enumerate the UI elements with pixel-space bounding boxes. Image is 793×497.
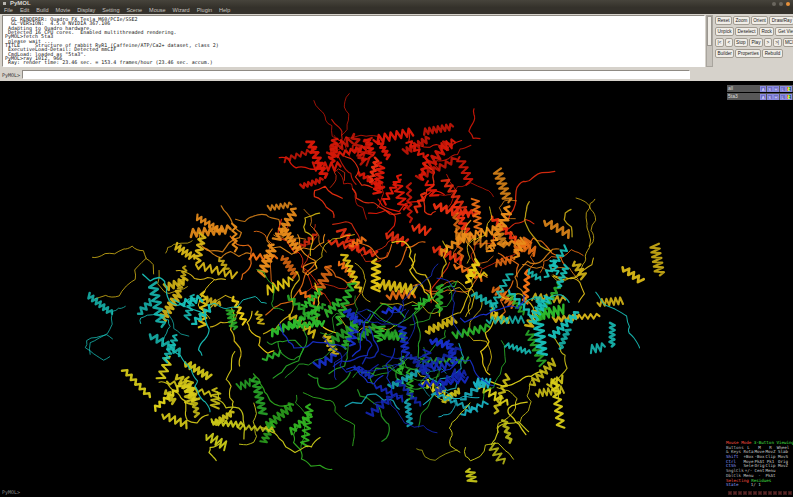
- frame-cell: [733, 491, 737, 496]
- viewport-prompt: PyMOL>: [2, 489, 20, 495]
- object-5ta3-c-button[interactable]: C: [786, 94, 792, 100]
- frame-cell: [738, 491, 742, 496]
- object-name-all[interactable]: all: [728, 85, 760, 92]
- frame-cell: [753, 491, 757, 496]
- frame-cell: [743, 491, 747, 496]
- window-menu-icon[interactable]: [3, 2, 6, 5]
- menu-item-mouse[interactable]: Mouse: [149, 7, 166, 14]
- ctrl-button-builder[interactable]: Builder: [715, 49, 734, 58]
- object-5ta3-h-button[interactable]: H: [773, 94, 779, 100]
- title-bar[interactable]: PyMOL: [0, 0, 793, 7]
- console-scrollbar[interactable]: [706, 15, 713, 67]
- object-5ta3-s-button[interactable]: S: [767, 94, 773, 100]
- frame-cell: [748, 491, 752, 496]
- ctrl-button-draw-ray[interactable]: Draw/Ray: [769, 16, 793, 25]
- menu-item-help[interactable]: Help: [219, 7, 230, 14]
- upper-gui: GL_RENDERER: Quadro FX Tesla M60/PCIe/SS…: [0, 14, 793, 81]
- minimize-button[interactable]: [772, 2, 776, 6]
- pymol-window: PyMOL FileEditBuildMovieDisplaySettingSc…: [0, 0, 793, 497]
- object-5ta3-l-button[interactable]: L: [780, 94, 786, 100]
- frame-cell: [783, 491, 787, 496]
- object-panel: allASHLC5ta3ASHLC: [727, 85, 793, 101]
- control-row-1: ResetZoomOrientDraw/Ray▾: [715, 16, 792, 25]
- scrollbar-thumb[interactable]: [707, 16, 712, 46]
- window-title: PyMOL: [10, 0, 31, 7]
- menu-item-scene[interactable]: Scene: [126, 7, 142, 14]
- menu-item-build[interactable]: Build: [36, 7, 48, 14]
- frame-cell: [728, 491, 732, 496]
- menu-item-wizard[interactable]: Wizard: [173, 7, 190, 14]
- ctrl-button-i5[interactable]: >|: [773, 38, 782, 47]
- ctrl-button-reset[interactable]: Reset: [715, 16, 732, 25]
- state-value: 1/ 1: [749, 483, 763, 488]
- ctrl-button-mclear[interactable]: MClear: [783, 38, 793, 47]
- frame-bar: [728, 491, 792, 496]
- window-controls: [772, 2, 790, 6]
- ctrl-button-orient[interactable]: Orient: [751, 16, 769, 25]
- frame-cell: [773, 491, 777, 496]
- molecule-render: [0, 81, 793, 497]
- ctrl-button-get-view[interactable]: Get View: [775, 27, 793, 36]
- menu-item-setting[interactable]: Setting: [102, 7, 119, 14]
- object-5ta3-a-button[interactable]: A: [760, 94, 766, 100]
- object-all-h-button[interactable]: H: [773, 86, 779, 92]
- console-log[interactable]: GL_RENDERER: Quadro FX Tesla M60/PCIe/SS…: [2, 15, 705, 67]
- control-row-3: |<<StopPlay>>|MClear: [715, 38, 792, 47]
- ctrl-button-i4[interactable]: >: [764, 38, 772, 47]
- menu-item-display[interactable]: Display: [77, 7, 95, 14]
- control-row-2: UnpickDeselectRockGet View: [715, 27, 792, 36]
- ctrl-button-i0[interactable]: |<: [715, 38, 724, 47]
- object-all-l-button[interactable]: L: [780, 86, 786, 92]
- maximize-button[interactable]: [779, 2, 783, 6]
- object-row-5ta3: 5ta3ASHLC: [727, 93, 793, 100]
- close-button[interactable]: [786, 2, 790, 6]
- menu-item-movie[interactable]: Movie: [56, 7, 71, 14]
- ctrl-button-rebuild[interactable]: Rebuild: [762, 49, 783, 58]
- ctrl-button-deselect[interactable]: Deselect: [735, 27, 758, 36]
- frame-cell: [758, 491, 762, 496]
- frame-cell: [768, 491, 772, 496]
- viewport-canvas[interactable]: allASHLC5ta3ASHLC Mouse Mode 3-Button Vi…: [0, 81, 793, 497]
- object-all-c-button[interactable]: C: [786, 86, 792, 92]
- object-all-s-button[interactable]: S: [767, 86, 773, 92]
- menu-item-plugin[interactable]: Plugin: [197, 7, 212, 14]
- frame-cell: [763, 491, 767, 496]
- ctrl-button-zoom[interactable]: Zoom: [733, 16, 750, 25]
- ctrl-button-rock[interactable]: Rock: [759, 27, 774, 36]
- menu-item-file[interactable]: File: [4, 7, 13, 14]
- ctrl-button-unpick[interactable]: Unpick: [715, 27, 734, 36]
- object-all-a-button[interactable]: A: [760, 86, 766, 92]
- prompt-label: PyMOL>: [2, 72, 20, 78]
- command-input[interactable]: [22, 70, 690, 79]
- ctrl-button-i1[interactable]: <: [725, 38, 733, 47]
- console-line-ray-render-time-23-46-sec-153-4-frames-hour-23-46-sec-accum: Ray: render time: 23.46 sec. = 153.4 fra…: [5, 60, 704, 64]
- command-row: PyMOL>: [2, 70, 690, 79]
- control-panel: ResetZoomOrientDraw/Ray▾ UnpickDeselectR…: [715, 16, 792, 60]
- ctrl-button-stop[interactable]: Stop: [734, 38, 748, 47]
- menu-item-edit[interactable]: Edit: [20, 7, 29, 14]
- state-label: State: [726, 483, 749, 488]
- state-line[interactable]: State 1/ 1: [726, 483, 792, 488]
- ctrl-button-properties[interactable]: Properties: [735, 49, 761, 58]
- mouse-matrix-panel: Mouse Mode 3-Button ViewingButtonsLMRWhe…: [726, 441, 792, 488]
- object-row-all: allASHLC: [727, 85, 793, 92]
- mouse-cell-empty: [776, 474, 790, 479]
- ctrl-button-play[interactable]: Play: [749, 38, 763, 47]
- object-name-5ta3[interactable]: 5ta3: [728, 93, 760, 100]
- frame-cell: [788, 491, 792, 496]
- frame-cell: [778, 491, 782, 496]
- control-row-4: BuilderPropertiesRebuild: [715, 49, 792, 58]
- menu-bar: FileEditBuildMovieDisplaySettingSceneMou…: [0, 7, 793, 14]
